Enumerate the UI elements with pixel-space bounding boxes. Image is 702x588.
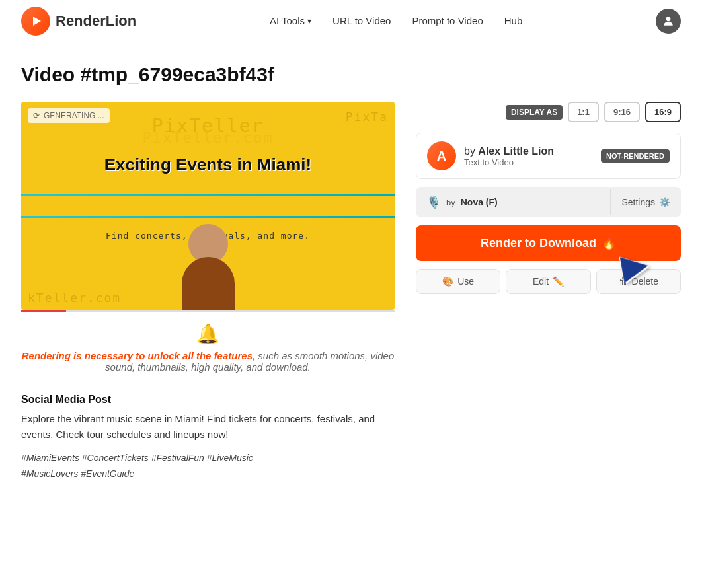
author-by-name: by Alex Little Lion [464,145,593,157]
page-content: Video #tmp_6799eca3bf43f ⟳ GENERATING ..… [0,42,702,503]
social-tags: #MiamiEvents #ConcertTickets #FestivalFu… [21,451,395,482]
user-menu[interactable] [656,9,681,34]
use-button[interactable]: 🎨 Use [416,269,500,294]
settings-button[interactable]: Settings ⚙️ [610,189,681,215]
display-controls: DISPLAY AS 1:1 9:16 16:9 [416,102,681,122]
not-rendered-badge: NOT-RENDERED [601,149,670,163]
svg-marker-0 [33,17,41,26]
voice-info: 🎙️ by Nova (F) [416,187,610,217]
mic-icon: 🎙️ [426,195,441,209]
ratio-1-1-button[interactable]: 1:1 [568,102,599,122]
settings-icon: ⚙️ [659,197,670,207]
info-panel: DISPLAY AS 1:1 9:16 16:9 A by Alex Littl… [416,102,681,294]
accent-line-bottom [21,216,395,218]
delete-label: Delete [632,276,658,287]
voice-by: by [446,198,455,207]
social-body: Explore the vibrant music scene in Miami… [21,411,395,443]
render-to-download-button[interactable]: Render to Download 🔥 [416,225,681,261]
video-progress-fill [21,310,66,312]
video-content-overlay: Exciting Events in Miami! Find concerts,… [21,102,395,310]
notice-area: 🔔 Rendering is necessary to unlock all t… [21,323,395,373]
action-row: 🎨 Use Edit ✏️ 🗑 Delete [416,269,681,294]
ratio-9-16-button[interactable]: 9:16 [604,102,640,122]
delete-icon: 🗑 [619,276,628,287]
url-to-video-nav[interactable]: URL to Video [332,15,391,26]
social-section: Social Media Post Explore the vibrant mu… [21,394,395,482]
video-main-title: Exciting Events in Miami! [40,154,376,174]
author-type: Text to Video [464,157,593,167]
edit-label: Edit [533,276,549,287]
ai-tools-nav[interactable]: AI Tools [270,15,311,26]
video-container: ⟳ GENERATING ... PixTeller PixTeller.com… [21,102,395,310]
author-avatar: A [427,141,456,170]
logo[interactable]: RenderLion [21,7,136,36]
navbar: RenderLion AI Tools URL to Video Prompt … [0,0,702,42]
author-card: A by Alex Little Lion Text to Video NOT-… [416,133,681,179]
author-name: Alex Little Lion [478,145,554,157]
logo-icon [21,7,50,36]
display-as-label: DISPLAY AS [506,105,563,120]
notice-text: Rendering is necessary to unlock all the… [21,350,395,373]
accent-line-top [21,194,395,196]
render-label: Render to Download [481,237,596,250]
notice-bold: Rendering is necessary to unlock all the… [22,350,253,361]
fire-icon: 🔥 [602,236,616,250]
author-by: by [464,145,475,157]
voice-name: Nova (F) [461,197,498,207]
logo-text: RenderLion [56,13,136,30]
video-preview-section: ⟳ GENERATING ... PixTeller PixTeller.com… [21,102,395,482]
bell-icon: 🔔 [21,323,395,345]
voice-row: 🎙️ by Nova (F) Settings ⚙️ [416,187,681,217]
watermark-top-right: PixTa [346,110,388,124]
person-figure [182,224,235,310]
edit-icon: ✏️ [553,276,564,287]
use-label: Use [457,276,474,287]
nav-links: AI Tools URL to Video Prompt to Video Hu… [270,15,522,26]
ratio-16-9-button[interactable]: 16:9 [645,102,681,122]
use-icon: 🎨 [442,276,453,287]
hub-nav[interactable]: Hub [504,15,523,26]
social-title: Social Media Post [21,394,395,406]
page-title: Video #tmp_6799eca3bf43f [21,63,681,86]
prompt-to-video-nav[interactable]: Prompt to Video [412,15,483,26]
settings-label: Settings [621,197,655,207]
edit-button[interactable]: Edit ✏️ [506,269,590,294]
content-row: ⟳ GENERATING ... PixTeller PixTeller.com… [21,102,681,482]
video-progress-bar [21,310,395,312]
author-info: by Alex Little Lion Text to Video [464,145,593,167]
delete-button[interactable]: 🗑 Delete [596,269,681,294]
watermark-bottom-left: kTeller.com [28,291,121,305]
svg-point-1 [666,17,671,21]
